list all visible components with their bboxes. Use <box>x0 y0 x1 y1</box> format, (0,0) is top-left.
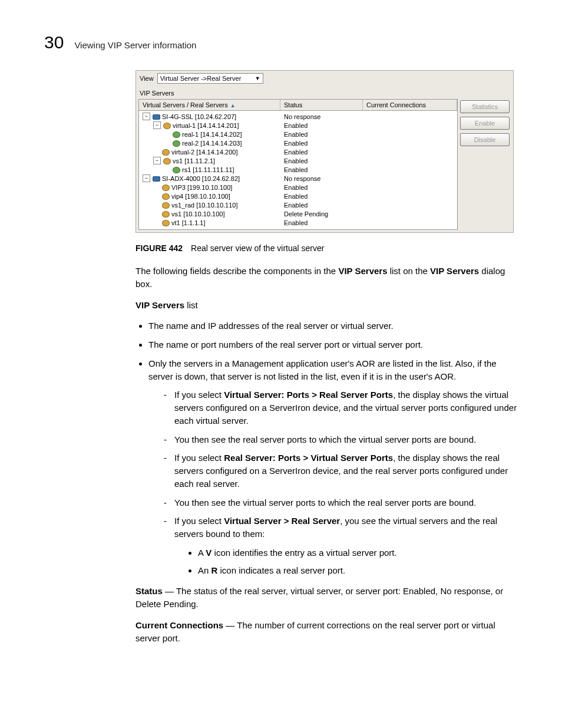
device-icon <box>152 175 160 182</box>
row-label: virtual-2 [14.14.14.200] <box>171 149 238 156</box>
table-row[interactable]: −SI-4G-SSL [10.24.62.207]No response <box>139 112 457 121</box>
row-status: Enabled <box>280 122 363 129</box>
virtual-server-icon <box>161 193 170 200</box>
statistics-button[interactable]: Statistics <box>460 100 510 113</box>
table-row[interactable]: real-2 [14.14.14.203]Enabled <box>139 139 457 147</box>
collapse-icon[interactable]: − <box>143 113 150 120</box>
list-item: If you select Virtual Server > Real Serv… <box>164 515 518 577</box>
collapse-icon[interactable]: − <box>153 121 161 129</box>
vip-servers-panel: View Virtual Server ->Real Server ▼ VIP … <box>135 70 514 233</box>
virtual-server-icon <box>163 122 171 129</box>
page-number: 30 <box>44 32 64 52</box>
figure-caption: FIGURE 442 Real server view of the virtu… <box>135 243 518 253</box>
panel-subtitle: VIP Servers <box>136 87 513 98</box>
list-item: The name or port numbers of the real ser… <box>148 338 518 351</box>
list-item: If you select Virtual Server: Ports > Re… <box>164 388 518 427</box>
chevron-down-icon: ▼ <box>255 75 260 81</box>
virtual-server-icon <box>161 210 170 218</box>
row-status: Enabled <box>280 219 363 226</box>
table-row[interactable]: vip4 [198.10.10.100]Enabled <box>139 192 457 200</box>
list-item: The name and IP addresses of the real se… <box>148 319 518 332</box>
row-label: real-2 [14.14.14.203] <box>182 140 242 147</box>
disable-button[interactable]: Disable <box>460 133 510 146</box>
row-status: No response <box>280 113 363 120</box>
table-row[interactable]: −SI-ADX-4000 [10.24.62.82]No response <box>139 174 457 183</box>
row-label: SI-ADX-4000 [10.24.62.82] <box>162 175 240 182</box>
list-item: If you select Real Server: Ports > Virtu… <box>164 452 518 490</box>
list-item: You then see the real server ports to wh… <box>164 433 518 446</box>
row-status: Enabled <box>280 131 363 138</box>
sort-asc-icon: ▲ <box>230 103 236 108</box>
virtual-server-icon <box>163 157 171 164</box>
row-status: No response <box>280 175 363 182</box>
view-label: View <box>140 75 154 82</box>
page-header: 30 Viewing VIP Server information <box>44 32 518 52</box>
list-item: Only the servers in a Management applica… <box>148 357 518 577</box>
device-icon <box>152 113 160 120</box>
list-item: You then see the virtual server ports to… <box>164 496 518 509</box>
virtual-server-icon <box>161 184 170 191</box>
grid-header: Virtual Servers / Real Servers▲ Status C… <box>139 100 457 111</box>
collapse-icon[interactable]: − <box>143 174 150 182</box>
row-label: virtual-1 [14.14.14.201] <box>173 122 239 129</box>
row-label: VIP3 [199.10.10.100] <box>171 184 232 191</box>
row-status: Enabled <box>280 184 363 191</box>
col-connections[interactable]: Current Connections <box>363 100 457 110</box>
vip-servers-grid: Virtual Servers / Real Servers▲ Status C… <box>138 99 458 230</box>
row-label: vs1 [10.10.10.100] <box>171 210 225 218</box>
table-row[interactable]: virtual-2 [14.14.14.200]Enabled <box>139 147 457 156</box>
row-status: Enabled <box>280 157 363 164</box>
real-server-icon <box>172 166 180 173</box>
list-item: A V icon identifies the entry as a virtu… <box>198 546 518 559</box>
row-label: vt1 [1.1.1.1] <box>171 219 205 226</box>
row-status: Enabled <box>280 140 363 147</box>
col-servers[interactable]: Virtual Servers / Real Servers▲ <box>139 100 280 110</box>
figure-label: FIGURE 442 <box>135 243 183 253</box>
view-select-value: Virtual Server ->Real Server <box>160 75 242 82</box>
virtual-server-icon <box>161 149 170 156</box>
row-label: vs1_rad [10.10.10.110] <box>171 202 238 209</box>
row-status: Delete Pending <box>280 210 363 218</box>
view-select[interactable]: Virtual Server ->Real Server ▼ <box>157 73 263 84</box>
row-label: SI-4G-SSL [10.24.62.207] <box>162 113 236 120</box>
page-title: Viewing VIP Server information <box>74 40 196 50</box>
grid-body: −SI-4G-SSL [10.24.62.207]No response−vir… <box>139 111 457 229</box>
table-row[interactable]: VIP3 [199.10.10.100]Enabled <box>139 183 457 192</box>
row-label: vs1 [11.11.2.1] <box>173 157 215 164</box>
row-label: real-1 [14.14.14.202] <box>182 131 242 138</box>
row-status: Enabled <box>280 166 363 173</box>
table-row[interactable]: real-1 [14.14.14.202]Enabled <box>139 130 457 139</box>
table-row[interactable]: vs1 [10.10.10.100]Delete Pending <box>139 209 457 218</box>
enable-button[interactable]: Enable <box>460 117 510 130</box>
row-status: Enabled <box>280 149 363 156</box>
row-status: Enabled <box>280 193 363 200</box>
row-label: rs1 [11.11.111.11] <box>182 166 234 173</box>
collapse-icon[interactable]: − <box>153 157 161 164</box>
virtual-server-icon <box>161 219 170 226</box>
table-row[interactable]: vs1_rad [10.10.10.110]Enabled <box>139 200 457 209</box>
table-row[interactable]: rs1 [11.11.111.11]Enabled <box>139 165 457 174</box>
table-row[interactable]: −virtual-1 [14.14.14.201]Enabled <box>139 121 457 130</box>
virtual-server-icon <box>161 202 170 209</box>
row-status: Enabled <box>280 202 363 209</box>
list-item: An R icon indicates a real server port. <box>198 564 518 577</box>
real-server-icon <box>172 140 180 147</box>
body-text: The following fields describe the compon… <box>135 265 518 644</box>
table-row[interactable]: −vs1 [11.11.2.1]Enabled <box>139 156 457 165</box>
row-label: vip4 [198.10.10.100] <box>171 193 230 200</box>
figure-text: Real server view of the virtual server <box>191 243 324 253</box>
real-server-icon <box>172 131 180 138</box>
table-row[interactable]: vt1 [1.1.1.1]Enabled <box>139 218 457 227</box>
col-status[interactable]: Status <box>280 100 363 110</box>
